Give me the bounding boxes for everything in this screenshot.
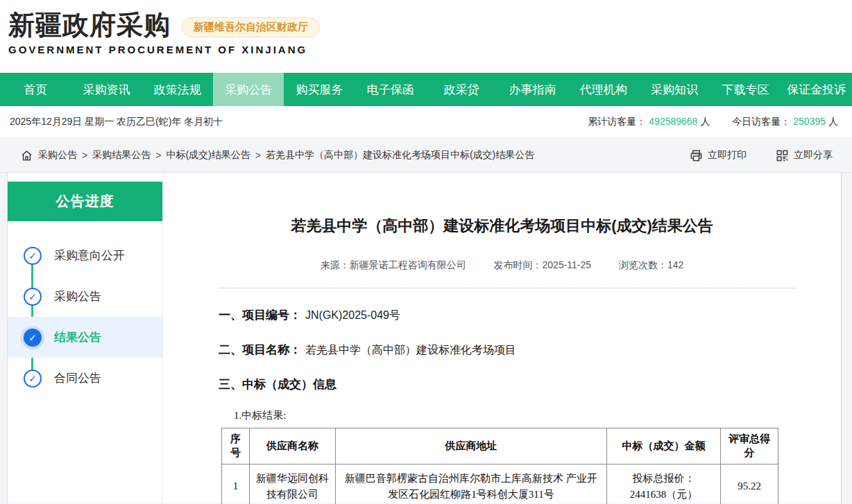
visitor-stats: 累计访客量：492589668人 今日访客量：250395人 <box>568 116 838 128</box>
nav-item-deposit-complaint[interactable]: 保证金投诉 <box>781 73 852 106</box>
step-label: 结果公告 <box>54 329 101 345</box>
date-text: 2025年12月29日 星期一 农历乙巳(蛇)年 冬月初十 <box>10 116 223 128</box>
nav-item-service-guide[interactable]: 办事指南 <box>497 73 568 106</box>
nav-item-knowledge[interactable]: 采购知识 <box>639 73 710 106</box>
breadcrumb-item-result-announcements[interactable]: 采购结果公告 <box>92 149 151 162</box>
site-logo[interactable]: 新疆政府采购 <box>8 11 171 40</box>
share-button-label: 立即分享 <box>794 149 833 162</box>
section-label: 二、项目名称： <box>219 343 301 356</box>
check-circle-icon: ✓ <box>24 288 42 306</box>
today-visitors-value: 250395 <box>793 116 826 127</box>
total-visitors-unit: 人 <box>700 116 710 127</box>
site-header: 新疆政府采购 新疆维吾尔自治区财政厅 GOVERNMENT PROCUREMEN… <box>0 0 852 73</box>
progress-steps: ✓ 采购意向公开 ✓ 采购公告 ✓ 结果公告 ✓ 合同公告 <box>8 221 162 399</box>
col-header-supplier: 供应商名称 <box>249 428 335 464</box>
col-header-amount: 中标（成交）金额 <box>607 428 721 464</box>
amount-label: 投标总报价： <box>611 471 716 487</box>
cell-amount: 投标总报价： 2441638（元） <box>607 464 721 504</box>
nav-item-home[interactable]: 首页 <box>0 73 71 106</box>
breadcrumb-item-current-page: 若羌县中学（高中部）建设标准化考场项目中标(成交)结果公告 <box>266 149 534 162</box>
content-container: 公告进度 ✓ 采购意向公开 ✓ 采购公告 ✓ 结果公告 ✓ 合同公告 若羌县中学… <box>7 173 842 503</box>
nav-item-buy-services[interactable]: 购买服务 <box>284 73 355 106</box>
nav-item-procurement-news[interactable]: 采购资讯 <box>71 73 142 106</box>
article-meta: 来源：新疆景诺工程咨询有限公司 发布时间：2025-11-25 浏览次数：142 <box>163 259 841 272</box>
nav-item-agencies[interactable]: 代理机构 <box>568 73 639 106</box>
amount-value: 2441638（元） <box>611 487 716 503</box>
breadcrumb-separator: > <box>82 150 87 161</box>
section-value: JN(GK)2025-049号 <box>305 309 400 321</box>
result-list-label: 1.中标结果: <box>234 409 841 422</box>
cell-score: 95.22 <box>721 464 778 504</box>
check-circle-icon: ✓ <box>24 370 42 388</box>
info-bar: 2025年12月29日 星期一 农历乙巳(蛇)年 冬月初十 累计访客量：4925… <box>0 106 852 139</box>
breadcrumb-separator: > <box>155 150 161 161</box>
dotted-divider <box>219 288 796 288</box>
print-button-label: 立即打印 <box>708 149 747 162</box>
section-label: 一、项目编号： <box>219 309 301 322</box>
total-visitors-value: 492589668 <box>649 116 697 127</box>
section-project-number: 一、项目编号：JN(GK)2025-049号 <box>219 307 813 323</box>
table-row: 1 新疆华远同创科技有限公司 新疆巴音郭楞蒙古自治州库尔勒市上库高新技术 产业开… <box>222 464 778 504</box>
announcement-progress-sidebar: 公告进度 ✓ 采购意向公开 ✓ 采购公告 ✓ 结果公告 ✓ 合同公告 <box>8 173 163 503</box>
printer-icon <box>690 149 703 162</box>
nav-item-policies[interactable]: 政策法规 <box>142 73 213 106</box>
breadcrumb-separator: > <box>255 150 261 161</box>
check-circle-icon: ✓ <box>24 247 42 265</box>
views-label: 浏览次数： <box>619 259 667 270</box>
source-label: 来源： <box>321 259 350 270</box>
col-header-seq: 序号 <box>222 428 250 464</box>
qr-share-icon <box>776 149 789 162</box>
nav-item-e-guarantee[interactable]: 电子保函 <box>355 73 426 106</box>
breadcrumb-item-award-results[interactable]: 中标(成交)结果公告 <box>166 149 250 162</box>
cell-address: 新疆巴音郭楞蒙古自治州库尔勒市上库高新技术 产业开发区石化园红柳路1号科创大厦3… <box>335 464 606 504</box>
step-label: 合同公告 <box>54 370 101 386</box>
step-label: 采购公告 <box>54 288 101 304</box>
nav-item-downloads[interactable]: 下载专区 <box>710 73 781 106</box>
publish-time-value: 2025-11-25 <box>543 259 592 270</box>
section-label: 三、中标（成交）信息 <box>219 378 336 391</box>
step-result-announcement[interactable]: ✓ 结果公告 <box>8 317 162 358</box>
source-value: 新疆景诺工程咨询有限公司 <box>350 259 466 270</box>
total-visitors-label: 累计访客量： <box>588 116 646 127</box>
publish-time-label: 发布时间： <box>494 259 543 270</box>
share-button[interactable]: 立即分享 <box>776 149 833 162</box>
step-procurement-announcement[interactable]: ✓ 采购公告 <box>8 276 162 317</box>
views-value: 142 <box>667 259 683 270</box>
today-visitors-label: 今日访客量： <box>732 116 790 127</box>
col-header-address: 供应商地址 <box>335 428 606 464</box>
cell-supplier: 新疆华远同创科技有限公司 <box>249 464 335 504</box>
cell-seq: 1 <box>222 464 250 504</box>
home-icon[interactable] <box>21 150 33 162</box>
finance-dept-badge: 新疆维吾尔自治区财政厅 <box>182 17 320 37</box>
main-nav: 首页 采购资讯 政策法规 采购公告 购买服务 电子保函 政采贷 办事指南 代理机… <box>0 73 852 106</box>
table-header-row: 序号 供应商名称 供应商地址 中标（成交）金额 评审总得分 <box>222 428 778 464</box>
print-button[interactable]: 立即打印 <box>690 149 747 162</box>
site-subtitle: GOVERNMENT PROCUREMENT OF XINJIANG <box>8 44 852 55</box>
section-award-info: 三、中标（成交）信息 <box>219 376 813 392</box>
step-procurement-intent[interactable]: ✓ 采购意向公开 <box>8 235 162 276</box>
section-value: 若羌县中学（高中部）建设标准化考场项目 <box>305 344 516 356</box>
nav-item-gov-loan[interactable]: 政采贷 <box>426 73 497 106</box>
announcement-article: 若羌县中学（高中部）建设标准化考场项目中标(成交)结果公告 来源：新疆景诺工程咨… <box>163 173 841 503</box>
section-project-name: 二、项目名称：若羌县中学（高中部）建设标准化考场项目 <box>219 342 813 358</box>
sidebar-title: 公告进度 <box>8 182 162 221</box>
step-contract-announcement[interactable]: ✓ 合同公告 <box>8 358 162 399</box>
breadcrumb: 采购公告 > 采购结果公告 > 中标(成交)结果公告 > 若羌县中学（高中部）建… <box>21 149 661 162</box>
nav-item-procurement-announcements[interactable]: 采购公告 <box>213 73 284 106</box>
breadcrumb-bar: 采购公告 > 采购结果公告 > 中标(成交)结果公告 > 若羌县中学（高中部）建… <box>0 139 852 173</box>
col-header-score: 评审总得分 <box>721 428 778 464</box>
step-label: 采购意向公开 <box>54 247 125 263</box>
award-result-table: 序号 供应商名称 供应商地址 中标（成交）金额 评审总得分 1 新疆华远同创科技… <box>221 428 778 504</box>
breadcrumb-item-announcements[interactable]: 采购公告 <box>38 149 77 162</box>
today-visitors-unit: 人 <box>828 116 838 127</box>
article-title: 若羌县中学（高中部）建设标准化考场项目中标(成交)结果公告 <box>191 216 813 236</box>
check-circle-filled-icon: ✓ <box>24 329 42 347</box>
